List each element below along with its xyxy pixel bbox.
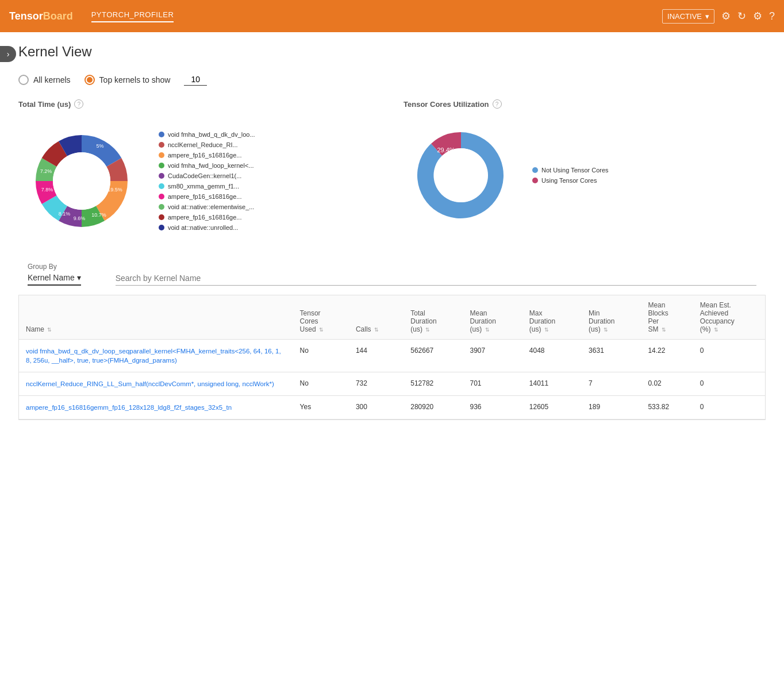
tensor-donut-center [434, 148, 488, 202]
legend-item-8: void at::native::elementwise_... [159, 203, 255, 210]
legend-dot-1 [159, 132, 164, 137]
legend-label-9: ampere_fp16_s16816ge... [168, 214, 241, 221]
group-by-label: Group By [28, 263, 81, 271]
row-3-mean-duration: 936 [463, 396, 522, 420]
blocks-sort-icon[interactable]: ⇅ [662, 327, 666, 333]
nav-pytorch-profiler[interactable]: PYTORCH_PROFILER [91, 10, 174, 22]
legend-label-7: ampere_fp16_s16816ge... [168, 193, 241, 200]
table-header: Name ⇅ TensorCoresUsed ⇅ Calls ⇅ TotalDu… [19, 295, 765, 340]
col-header-tensor-cores: TensorCoresUsed ⇅ [293, 295, 349, 340]
row-1-min-duration: 3631 [582, 340, 641, 372]
legend-label-4: void fmha_fwd_loop_kernel<... [168, 162, 254, 169]
chevron-right-icon: › [7, 49, 10, 59]
donut-label-purple: 8.1% [59, 211, 71, 217]
top-kernels-radio-button[interactable] [84, 75, 95, 85]
all-kernels-radio-button[interactable] [18, 75, 29, 85]
app-logo: TensorBoard [9, 10, 73, 22]
row-2-calls: 732 [349, 372, 403, 396]
top-kernels-input[interactable] [184, 74, 207, 86]
row-1-mean-duration: 3907 [463, 340, 522, 372]
donut-label-0: 21.4% [90, 168, 105, 174]
legend-label-1: void fmha_bwd_q_dk_dv_loo... [168, 131, 255, 138]
legend-label-8: void at::native::elementwise_... [168, 203, 254, 210]
col-header-calls: Calls ⇅ [349, 295, 403, 340]
group-by-select[interactable]: Kernel Name ▾ [28, 273, 81, 286]
legend-dot-7 [159, 194, 164, 199]
top-kernels-radio[interactable]: Top kernels to show [84, 75, 171, 85]
legend-dot-2 [159, 142, 164, 148]
all-kernels-radio[interactable]: All kernels [18, 75, 71, 85]
legend-item-3: ampere_fp16_s16816ge... [159, 152, 255, 159]
calls-sort-icon[interactable]: ⇅ [374, 327, 379, 333]
row-3-min-duration: 189 [582, 396, 641, 420]
row-3-total-duration: 280920 [403, 396, 463, 420]
table-controls: Group By Kernel Name ▾ [18, 263, 766, 286]
status-label: INACTIVE [667, 12, 702, 21]
table-row: void fmha_bwd_q_dk_dv_loop_seqparallel_k… [19, 340, 765, 372]
tensor-cores-chart: Tensor Cores Utilization ? 70.6% 29.4% [403, 99, 766, 233]
tensor-dot-not-using [532, 167, 538, 173]
group-by-container: Group By Kernel Name ▾ [28, 263, 81, 286]
donut-label-red: 19.5% [107, 187, 122, 193]
row-1-name: void fmha_bwd_q_dk_dv_loop_seqparallel_k… [19, 340, 293, 372]
table-row: ampere_fp16_s16816gemm_fp16_128x128_ldg8… [19, 396, 765, 420]
row-3-mean-occupancy: 0 [693, 396, 765, 420]
occ-sort-icon[interactable]: ⇅ [714, 327, 718, 333]
donut-label-1: 5% [96, 143, 103, 149]
legend-dot-6 [159, 183, 164, 189]
row-1-tensor-cores: No [293, 340, 349, 372]
radio-selected-indicator [87, 77, 93, 83]
name-sort-icon[interactable]: ⇅ [47, 327, 52, 333]
total-time-help-icon[interactable]: ? [74, 99, 83, 109]
legend-label-6: sm80_xmma_gemm_f1... [168, 183, 239, 190]
legend-item-1: void fmha_bwd_q_dk_dv_loo... [159, 131, 255, 138]
tensor-cores-donut-wrap: 70.6% 29.4% Not Using Tensor Cores Using… [403, 118, 766, 233]
col-header-mean-duration: MeanDuration(us) ⇅ [463, 295, 522, 340]
legend-item-7: ampere_fp16_s16816ge... [159, 193, 255, 200]
row-1-calls: 144 [349, 340, 403, 372]
legend-item-2: ncclKernel_Reduce_RI... [159, 141, 255, 148]
legend-item-9: ampere_fp16_s16816ge... [159, 214, 255, 221]
row-1-mean-occupancy: 0 [693, 340, 765, 372]
max-dur-sort-icon[interactable]: ⇅ [544, 327, 549, 333]
legend-label-3: ampere_fp16_s16816ge... [168, 152, 241, 159]
donut-label-green: 9.6% [74, 215, 86, 221]
legend-label-5: CudaCodeGen::kernel1(... [168, 172, 241, 179]
legend-label-10: void at::native::unrolled... [168, 224, 238, 231]
total-time-title: Total Time (us) ? [18, 99, 381, 109]
row-2-tensor-cores: No [293, 372, 349, 396]
tensor-cores-donut-svg: 70.6% 29.4% [403, 118, 518, 233]
help-icon[interactable]: ? [769, 10, 775, 22]
tensor-legend-not-using: Not Using Tensor Cores [532, 167, 609, 174]
refresh-icon[interactable]: ↻ [737, 10, 746, 22]
legend-item-4: void fmha_fwd_loop_kernel<... [159, 162, 255, 169]
col-header-mean-occupancy: Mean Est.AchievedOccupancy(%) ⇅ [693, 295, 765, 340]
header-right: INACTIVE ▾ ⚙ ↻ ⚙ ? [662, 9, 775, 24]
sidebar-toggle-button[interactable]: › [0, 46, 16, 62]
tensor-sort-icon[interactable]: ⇅ [319, 327, 324, 333]
tensor-legend-using: Using Tensor Cores [532, 177, 609, 184]
legend-item-5: CudaCodeGen::kernel1(... [159, 172, 255, 179]
row-2-mean-duration: 701 [463, 372, 522, 396]
total-time-donut-wrap: 5% 21.4% 19.5% 10.7% 9.6% 8.1% 7.8% 7.2%… [18, 118, 381, 244]
legend-dot-5 [159, 173, 164, 179]
page-title: Kernel View [18, 44, 766, 60]
tensor-cores-help-icon[interactable]: ? [493, 99, 502, 109]
charts-section: Total Time (us) ? [18, 99, 766, 244]
settings-icon[interactable]: ⚙ [753, 10, 762, 22]
donut-label-orange: 10.7% [91, 212, 106, 218]
mean-dur-sort-icon[interactable]: ⇅ [485, 327, 490, 333]
row-3-mean-blocks: 533.82 [641, 396, 693, 420]
status-dropdown[interactable]: INACTIVE ▾ [662, 9, 714, 24]
row-3-max-duration: 12605 [522, 396, 582, 420]
kernel-table: Name ⇅ TensorCoresUsed ⇅ Calls ⇅ TotalDu… [18, 295, 766, 420]
row-3-calls: 300 [349, 396, 403, 420]
total-time-legend: void fmha_bwd_q_dk_dv_loo... ncclKernel_… [159, 131, 255, 231]
min-dur-sort-icon[interactable]: ⇅ [604, 327, 608, 333]
group-by-chevron-icon: ▾ [77, 273, 81, 282]
kernel-search-input[interactable] [116, 274, 756, 283]
notifications-icon[interactable]: ⚙ [721, 10, 731, 22]
row-3-name: ampere_fp16_s16816gemm_fp16_128x128_ldg8… [19, 396, 293, 420]
kernel-search [116, 274, 756, 286]
total-dur-sort-icon[interactable]: ⇅ [425, 327, 430, 333]
